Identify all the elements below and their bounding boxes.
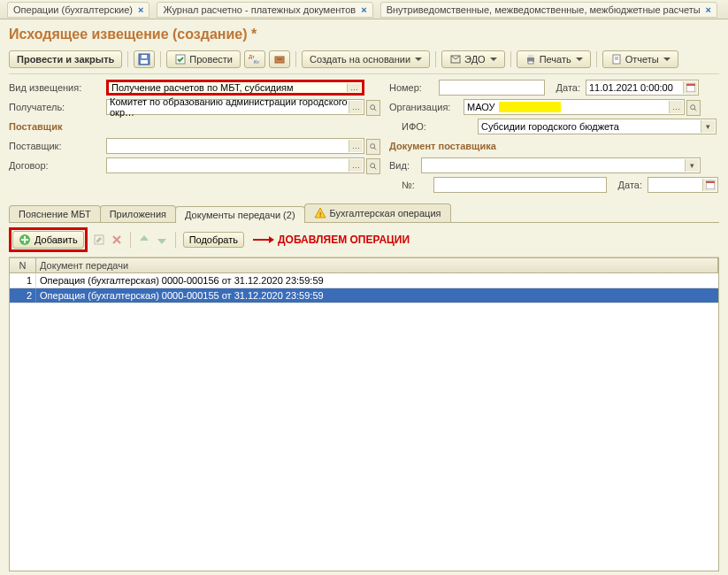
grid-header: N Документ передачи xyxy=(10,258,718,273)
supplier-field[interactable]: … xyxy=(106,138,364,154)
svg-rect-11 xyxy=(528,61,533,64)
org-field[interactable]: МАОУ … xyxy=(464,99,685,115)
dt-kt-icon: ДтКт xyxy=(249,53,261,65)
dt-kt-button[interactable]: ДтКт xyxy=(244,50,265,68)
notice-type-field[interactable]: Получение расчетов по МБТ, субсидиям … xyxy=(106,80,364,96)
number-label: Номер: xyxy=(389,82,433,93)
create-based-on-button[interactable]: Создать на основании xyxy=(302,50,430,68)
pick-icon[interactable]: … xyxy=(669,101,683,113)
add-button[interactable]: Добавить xyxy=(12,231,84,249)
report-icon xyxy=(610,53,623,65)
cell-doc: Операция (бухгалтерская) 0000-000155 от … xyxy=(36,288,718,303)
svg-rect-2 xyxy=(142,55,147,58)
move-up-icon[interactable] xyxy=(138,234,150,246)
ifo-label: ИФО: xyxy=(402,121,472,132)
edo-button[interactable]: ЭДО xyxy=(441,50,505,68)
edo-icon xyxy=(449,53,462,65)
edit-icon[interactable] xyxy=(93,234,105,246)
calendar-icon[interactable] xyxy=(683,81,697,94)
close-icon[interactable]: × xyxy=(361,4,366,15)
grid-toolbar: Добавить Подобрать ДОБАВЛЯЕМ ОПЕРАЦИИ xyxy=(9,223,719,257)
svg-rect-1 xyxy=(141,60,148,64)
search-icon[interactable] xyxy=(366,100,380,116)
pick-icon[interactable]: … xyxy=(347,83,361,92)
contract-field[interactable]: … xyxy=(106,157,364,173)
chevron-down-icon[interactable]: ▾ xyxy=(701,120,715,133)
close-icon[interactable]: × xyxy=(138,4,143,15)
number-field[interactable] xyxy=(439,80,545,96)
svg-rect-26 xyxy=(706,181,715,183)
svg-marker-38 xyxy=(269,236,274,243)
move-down-icon[interactable] xyxy=(156,234,168,246)
search-icon[interactable] xyxy=(686,100,701,116)
table-row[interactable]: 1 Операция (бухгалтерская) 0000-000156 о… xyxy=(10,273,718,288)
finance-icon xyxy=(273,53,286,65)
date-field[interactable]: 11.01.2021 0:00:00 xyxy=(586,80,699,96)
save-button[interactable] xyxy=(134,50,155,68)
cell-n: 1 xyxy=(10,273,36,288)
close-icon[interactable]: × xyxy=(706,4,711,15)
delete-icon[interactable] xyxy=(111,234,123,246)
window-tabs: Операции (бухгалтерские) × Журнал расчет… xyxy=(0,0,728,19)
tab-transfer-docs[interactable]: Документы передачи (2) xyxy=(175,206,305,223)
plus-circle-icon xyxy=(19,234,31,246)
date-value: 11.01.2021 0:00:00 xyxy=(589,82,673,93)
form-area: Вид извещения: Получение расчетов по МБТ… xyxy=(9,74,719,200)
pick-icon[interactable]: … xyxy=(349,101,363,113)
search-icon[interactable] xyxy=(366,139,380,155)
transfer-docs-grid: N Документ передачи 1 Операция (бухгалте… xyxy=(9,257,719,571)
ifo-value: Субсидии городского бюджета xyxy=(481,121,619,132)
arrow-right-icon xyxy=(253,234,274,245)
post-button[interactable]: Провести xyxy=(166,50,241,68)
pick-icon[interactable]: … xyxy=(349,159,363,172)
date-label: Дата: xyxy=(550,82,580,93)
table-row[interactable]: 2 Операция (бухгалтерская) 0000-000155 о… xyxy=(10,288,718,303)
ifo-field[interactable]: Субсидии городского бюджета ▾ xyxy=(478,119,717,134)
page-title: Исходящее извещение (создание) * xyxy=(9,27,719,42)
doc-date-field[interactable] xyxy=(648,177,718,193)
supplier-doc-heading: Документ поставщика xyxy=(389,141,655,151)
chevron-down-icon[interactable]: ▾ xyxy=(685,159,699,172)
no-field[interactable] xyxy=(433,177,607,193)
svg-line-18 xyxy=(374,109,377,111)
calendar-icon[interactable] xyxy=(702,179,717,191)
floppy-icon xyxy=(138,53,150,65)
wtab-label: Внутриведомственные, межведомственные, м… xyxy=(387,4,701,15)
svg-line-24 xyxy=(374,167,377,170)
arrow-annotation: ДОБАВЛЯЕМ ОПЕРАЦИИ xyxy=(253,234,410,246)
svg-text:Кт: Кт xyxy=(254,59,259,65)
window-tab-operations[interactable]: Операции (бухгалтерские) × xyxy=(7,2,149,18)
printer-icon xyxy=(525,53,537,65)
pick-icon[interactable]: … xyxy=(349,140,363,152)
contract-label: Договор: xyxy=(9,160,101,171)
pick-button[interactable]: Подобрать xyxy=(183,232,244,248)
org-redacted xyxy=(499,102,561,112)
window-tab-journal[interactable]: Журнал расчетно - платежных документов × xyxy=(157,2,372,18)
org-value: МАОУ xyxy=(467,102,495,112)
post-and-close-button[interactable]: Провести и закрыть xyxy=(9,50,122,68)
col-doc[interactable]: Документ передачи xyxy=(36,258,718,272)
reports-button[interactable]: Отчеты xyxy=(602,50,678,68)
doc-date-label: Дата: xyxy=(612,180,642,190)
tab-accounting-op[interactable]: ! Бухгалтерская операция xyxy=(304,203,451,222)
svg-line-22 xyxy=(374,148,377,150)
kind-field[interactable]: ▾ xyxy=(421,157,701,173)
print-button[interactable]: Печать xyxy=(517,50,591,68)
window-tab-interbudget[interactable]: Внутриведомственные, межведомственные, м… xyxy=(380,2,717,18)
search-icon[interactable] xyxy=(366,158,380,174)
svg-marker-35 xyxy=(140,235,149,241)
cell-n: 2 xyxy=(10,288,36,303)
recipient-field[interactable]: Комитет по образованию администрации гор… xyxy=(106,99,364,115)
tab-explanation[interactable]: Пояснение МБТ xyxy=(9,205,101,222)
finance-button[interactable] xyxy=(269,50,290,68)
warning-icon: ! xyxy=(314,207,326,219)
svg-line-20 xyxy=(694,109,697,111)
tab-attachments[interactable]: Приложения xyxy=(100,205,176,222)
cell-doc: Операция (бухгалтерская) 0000-000156 от … xyxy=(36,273,718,288)
inner-tabs: Пояснение МБТ Приложения Документы перед… xyxy=(9,203,719,223)
supplier-label: Поставщик: xyxy=(9,141,101,151)
svg-rect-16 xyxy=(686,84,695,86)
svg-rect-10 xyxy=(528,55,533,58)
col-n[interactable]: N xyxy=(10,258,36,272)
post-icon xyxy=(174,53,187,65)
